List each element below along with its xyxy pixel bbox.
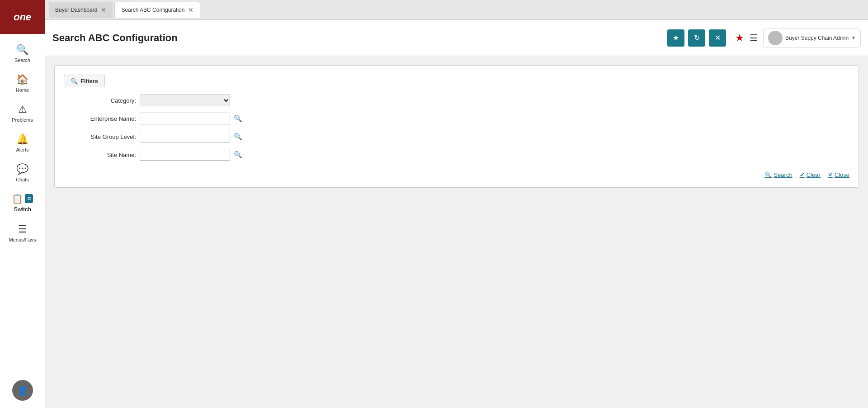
enterprise-name-label: Enterprise Name:: [64, 115, 136, 122]
chevron-down-icon: ▼: [851, 35, 856, 40]
sidebar-item-label: Chats: [16, 177, 29, 182]
search-action-icon: 🔍: [764, 171, 772, 178]
filter-row-enterprise-name: Enterprise Name: 🔍: [64, 113, 849, 124]
sidebar-item-label: Menus/Favs: [9, 237, 36, 242]
category-label: Category:: [64, 97, 136, 104]
category-select[interactable]: [140, 95, 230, 106]
site-group-level-input[interactable]: [140, 131, 230, 142]
filter-row-category: Category:: [64, 95, 849, 106]
close-icon: ✕: [715, 33, 721, 42]
favorite-button[interactable]: ★: [667, 29, 684, 47]
filters-panel: 🔍 Filters Category: Enterprise Name: 🔍 S…: [54, 65, 859, 188]
sidebar-item-search[interactable]: 🔍 Search: [0, 38, 45, 68]
tab-close-search-abc[interactable]: ✕: [188, 7, 193, 13]
content-area: 🔍 Filters Category: Enterprise Name: 🔍 S…: [45, 56, 868, 408]
page-title: Search ABC Configuration: [52, 32, 667, 44]
tab-buyer-dashboard[interactable]: Buyer Dashboard ✕: [49, 2, 113, 18]
tab-close-buyer-dashboard[interactable]: ✕: [101, 7, 106, 13]
enterprise-name-input[interactable]: [140, 113, 230, 124]
site-name-search-icon[interactable]: 🔍: [234, 151, 242, 159]
clear-button[interactable]: ✔ Clear: [800, 171, 821, 178]
app-logo[interactable]: one: [0, 0, 45, 34]
tab-search-abc[interactable]: Search ABC Configuration ✕: [114, 2, 200, 18]
user-role: Buyer Suppy Chain Admin: [785, 35, 849, 41]
tab-label: Buyer Dashboard: [55, 7, 97, 13]
chat-icon: 💬: [16, 163, 28, 175]
close-action-label: Close: [835, 171, 849, 178]
user-dropdown[interactable]: Buyer Suppy Chain Admin ▼: [763, 28, 861, 47]
star-notification-icon: ★: [735, 32, 744, 43]
sidebar-item-switch[interactable]: 📋 ≡ Switch: [0, 188, 45, 218]
filters-tab-label: Filters: [80, 78, 98, 85]
close-button[interactable]: ✕ Close: [828, 171, 849, 178]
filter-search-icon: 🔍: [71, 78, 78, 85]
filter-actions: 🔍 Search ✔ Clear ✕ Close: [64, 167, 849, 178]
star-icon: ★: [673, 33, 679, 42]
site-group-level-search-icon[interactable]: 🔍: [234, 133, 242, 141]
tab-label: Search ABC Configuration: [121, 7, 184, 13]
menu-icon: ☰: [18, 223, 27, 235]
close-action-icon: ✕: [828, 171, 833, 178]
bell-icon: 🔔: [16, 133, 28, 145]
sidebar-item-label: Problems: [12, 117, 33, 123]
sidebar-item-label: Home: [16, 87, 29, 93]
filter-row-site-group-level: Site Group Level: 🔍: [64, 131, 849, 142]
sidebar-item-alerts[interactable]: 🔔 Alerts: [0, 128, 45, 158]
refresh-icon: ↻: [694, 33, 700, 42]
filters-tab[interactable]: 🔍 Filters: [64, 75, 105, 87]
hamburger-icon: ☰: [750, 33, 758, 43]
sidebar-item-chats[interactable]: 💬 Chats: [0, 158, 45, 188]
header-actions: ★ ↻ ✕: [667, 29, 726, 47]
home-icon: 🏠: [16, 74, 28, 85]
warning-icon: ⚠: [18, 104, 27, 115]
user-avatar[interactable]: 👤: [12, 380, 33, 401]
switch-icon: 📋: [12, 193, 23, 204]
close-page-button[interactable]: ✕: [709, 29, 726, 47]
refresh-button[interactable]: ↻: [688, 29, 705, 47]
sidebar: one 🔍 Search 🏠 Home ⚠ Problems 🔔 Alerts …: [0, 0, 45, 408]
switch-badge: ≡: [25, 194, 33, 203]
user-avatar-small: [768, 31, 783, 45]
search-icon: 🔍: [16, 44, 28, 56]
sidebar-item-label: Switch: [14, 206, 31, 213]
header-right: ★ ☰ Buyer Suppy Chain Admin ▼: [735, 28, 861, 47]
clear-action-label: Clear: [807, 171, 821, 178]
main-area: Buyer Dashboard ✕ Search ABC Configurati…: [45, 0, 868, 408]
site-name-label: Site Name:: [64, 152, 136, 158]
sidebar-item-problems[interactable]: ⚠ Problems: [0, 98, 45, 128]
search-action-label: Search: [774, 171, 792, 178]
sidebar-bottom: 👤: [0, 380, 45, 408]
sidebar-item-home[interactable]: 🏠 Home: [0, 68, 45, 98]
tab-bar: Buyer Dashboard ✕ Search ABC Configurati…: [45, 0, 868, 20]
avatar-icon: 👤: [18, 385, 28, 395]
notification-bell[interactable]: ★: [735, 32, 744, 44]
sidebar-item-label: Alerts: [16, 147, 28, 152]
header-bar: Search ABC Configuration ★ ↻ ✕ ★ ☰ Buyer…: [45, 20, 868, 56]
clear-action-icon: ✔: [800, 171, 805, 178]
site-name-input[interactable]: [140, 149, 230, 161]
site-group-level-label: Site Group Level:: [64, 133, 136, 140]
sidebar-item-label: Search: [14, 57, 30, 63]
logo-text: one: [14, 11, 31, 23]
filter-row-site-name: Site Name: 🔍: [64, 149, 849, 161]
sidebar-item-menus-favs[interactable]: ☰ Menus/Favs: [0, 218, 45, 248]
enterprise-name-search-icon[interactable]: 🔍: [234, 114, 242, 123]
search-button[interactable]: 🔍 Search: [764, 171, 792, 178]
hamburger-button[interactable]: ☰: [750, 33, 758, 43]
